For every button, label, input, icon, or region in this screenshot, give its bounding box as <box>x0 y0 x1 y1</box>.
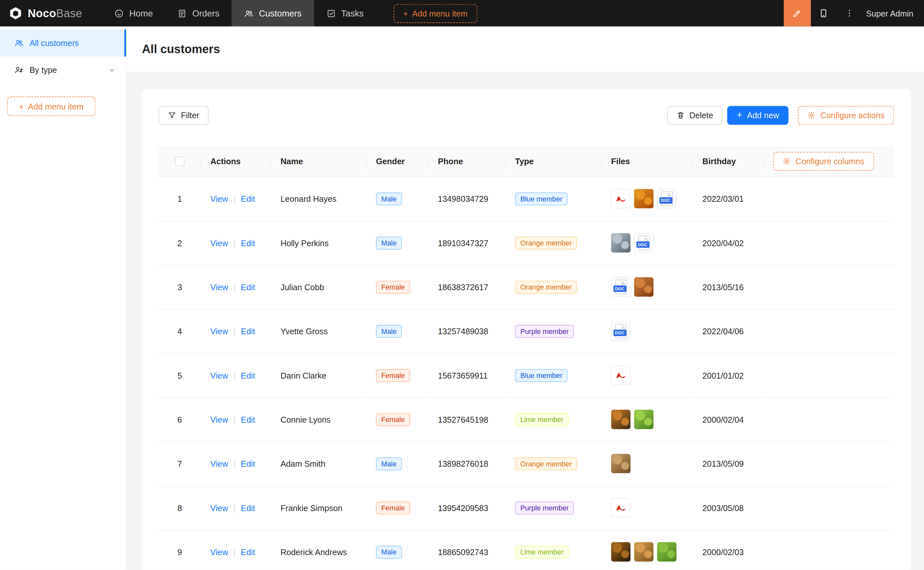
image-file-thumbnail[interactable] <box>634 277 653 297</box>
view-link[interactable]: View <box>211 459 228 468</box>
configure-columns-button[interactable]: Configure columns <box>773 152 874 170</box>
image-file-thumbnail[interactable] <box>634 189 653 208</box>
image-file-thumbnail[interactable] <box>611 233 630 253</box>
table-row: 9 View|Edit Roderick Andrews Male 188650… <box>158 530 894 570</box>
image-file-thumbnail[interactable] <box>611 542 630 562</box>
edit-link[interactable]: Edit <box>241 503 255 512</box>
files-cell <box>611 366 684 385</box>
edit-link[interactable]: Edit <box>241 459 255 468</box>
birthday-cell: 2022/04/06 <box>693 309 764 353</box>
nocobase-logo-icon <box>8 6 23 20</box>
image-file-thumbnail[interactable] <box>611 410 630 429</box>
edit-link[interactable]: Edit <box>241 238 255 247</box>
view-link[interactable]: View <box>211 415 228 424</box>
doc-file-thumbnail[interactable]: DOC <box>634 233 653 253</box>
more-menu-button[interactable] <box>837 0 863 26</box>
phone: 13257489038 <box>438 326 488 336</box>
nav-add-menu-item-button[interactable]: + Add menu item <box>394 4 477 23</box>
edit-link[interactable]: Edit <box>241 194 255 204</box>
nocobase-logo[interactable]: NocoBase <box>0 6 88 20</box>
files-cell: DOC <box>611 321 684 341</box>
type-cell: Purple member <box>506 486 602 530</box>
smile-icon <box>114 8 124 18</box>
type-cell: Lime member <box>506 397 602 441</box>
phone-cell: 13527645198 <box>428 397 506 441</box>
view-link[interactable]: View <box>211 503 228 512</box>
row-index: 6 <box>177 415 182 424</box>
view-link[interactable]: View <box>211 238 228 247</box>
view-link[interactable]: View <box>211 194 228 204</box>
page-title: All customers <box>142 43 220 56</box>
pdf-file-thumbnail[interactable] <box>611 366 630 385</box>
type-cell: Orange member <box>506 441 602 486</box>
phone-cell: 18865092743 <box>428 530 506 570</box>
nav-item-orders[interactable]: Orders <box>165 0 232 26</box>
phone-cell: 15673659911 <box>428 353 506 397</box>
edit-link[interactable]: Edit <box>241 282 255 292</box>
name-cell: Darin Clarke <box>271 353 366 397</box>
column-header-type: Type <box>506 146 602 177</box>
view-link[interactable]: View <box>211 326 228 336</box>
type-tag: Blue member <box>515 369 568 382</box>
header-configure-columns: Configure columns <box>764 146 894 177</box>
pdf-icon <box>613 500 628 515</box>
edit-link[interactable]: Edit <box>241 326 255 336</box>
row-select-cell: 6 <box>158 397 201 441</box>
row-index: 7 <box>177 459 182 468</box>
customer-name: Frankie Simpson <box>280 503 342 512</box>
nav-item-tasks[interactable]: Tasks <box>314 0 376 26</box>
image-file-thumbnail[interactable] <box>611 454 630 473</box>
action-divider: | <box>234 503 236 512</box>
doc-file-thumbnail[interactable]: DOC <box>611 277 630 297</box>
config-spacer-cell <box>764 397 894 441</box>
type-cell: Blue member <box>506 176 602 221</box>
view-link[interactable]: View <box>211 547 228 556</box>
files-cell-wrap: DOC <box>602 309 693 353</box>
image-file-thumbnail[interactable] <box>634 410 653 429</box>
edit-link[interactable]: Edit <box>241 371 255 380</box>
pdf-file-thumbnail[interactable] <box>611 498 630 518</box>
doc-file-thumbnail[interactable]: DOC <box>611 321 630 341</box>
nav-item-customers[interactable]: Customers <box>232 0 314 26</box>
image-file-thumbnail[interactable] <box>657 542 676 562</box>
nav-right-cluster: Super Admin <box>784 0 924 26</box>
birthday: 2022/03/01 <box>703 194 744 204</box>
edit-link[interactable]: Edit <box>241 547 255 556</box>
sidebar-add-menu-item-button[interactable]: + Add menu item <box>7 97 95 116</box>
delete-button[interactable]: Delete <box>667 106 723 125</box>
row-index: 2 <box>177 238 182 247</box>
filter-button[interactable]: Filter <box>158 106 209 125</box>
nav-item-home[interactable]: Home <box>102 0 165 26</box>
select-all-checkbox[interactable] <box>175 157 184 166</box>
action-divider: | <box>234 326 236 336</box>
sidebar-item-all-customers[interactable]: All customers <box>0 29 126 57</box>
files-cell: DOC <box>611 189 684 208</box>
sidebar-item-by-type[interactable]: By type <box>0 56 126 84</box>
config-spacer-cell <box>764 176 894 221</box>
doc-file-thumbnail[interactable]: DOC <box>657 189 676 208</box>
mobile-client-button[interactable] <box>811 0 837 26</box>
name-cell: Adam Smith <box>271 441 366 486</box>
configure-actions-button[interactable]: Configure actions <box>798 106 894 125</box>
plus-icon: + <box>19 102 24 111</box>
table-row: 2 View|Edit Holly Perkins Male 189103473… <box>158 221 894 265</box>
view-link[interactable]: View <box>211 282 228 292</box>
add-new-button[interactable]: + Add new <box>727 106 789 125</box>
app-body: All customers By type + Add menu item <box>0 26 924 570</box>
ui-editor-button[interactable] <box>784 0 811 26</box>
customer-name: Julian Cobb <box>280 282 324 292</box>
user-name[interactable]: Super Admin <box>866 8 914 18</box>
table-row: 4 View|Edit Yvette Gross Male 1325748903… <box>158 309 894 353</box>
gender-cell: Male <box>367 441 429 486</box>
files-cell-wrap <box>602 486 693 530</box>
row-select-cell: 3 <box>158 265 201 309</box>
view-link[interactable]: View <box>211 371 228 380</box>
pdf-file-thumbnail[interactable] <box>611 189 630 208</box>
birthday: 2013/05/09 <box>703 459 744 468</box>
actions-cell: View|Edit <box>201 530 271 570</box>
image-file-thumbnail[interactable] <box>634 542 653 562</box>
action-divider: | <box>234 415 236 424</box>
doc-icon: DOC <box>615 324 627 339</box>
birthday-cell: 2000/02/04 <box>693 397 764 441</box>
edit-link[interactable]: Edit <box>241 415 255 424</box>
